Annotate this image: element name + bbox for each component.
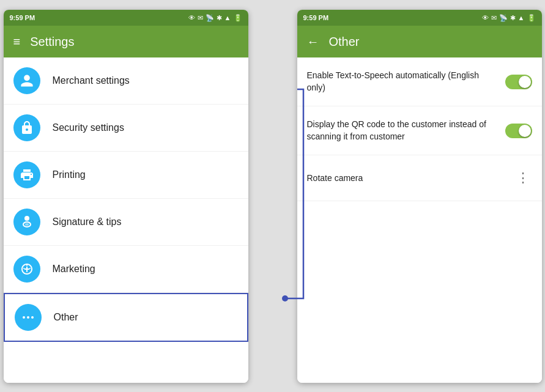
security-label: Security settings	[53, 122, 124, 133]
right-status-bar: 9:59 PM 👁 ✉ 📡 ✱ ▲ 🔋	[297, 10, 542, 26]
right-cast-icon: 📡	[499, 14, 508, 22]
left-phone: 9:59 PM 👁 ✉ 📡 ✱ ▲ 🔋 ≡ Settings	[4, 10, 248, 383]
msg-icon: ✉	[198, 14, 203, 22]
other-icon	[15, 304, 42, 331]
wifi-icon: ▲	[224, 14, 231, 21]
back-icon[interactable]: ←	[307, 35, 319, 49]
settings-item-other[interactable]: Other	[4, 293, 248, 342]
svg-point-5	[27, 316, 29, 319]
other-item-camera[interactable]: Rotate camera ⋮	[297, 155, 542, 201]
right-msg-icon: ✉	[491, 14, 497, 22]
qr-label: Display the QR code to the customer inst…	[307, 119, 505, 142]
eye-icon: 👁	[188, 14, 195, 21]
battery-icon: 🔋	[234, 14, 242, 22]
tts-toggle-thumb	[519, 76, 531, 88]
security-icon	[13, 114, 40, 141]
left-status-bar: 9:59 PM 👁 ✉ 📡 ✱ ▲ 🔋	[4, 10, 248, 26]
right-toolbar-title: Other	[329, 35, 360, 49]
qr-toggle-thumb	[519, 125, 531, 137]
settings-list: Merchant settings Security settings Prin…	[4, 57, 248, 383]
svg-point-0	[24, 216, 29, 221]
left-toolbar-title: Settings	[30, 35, 74, 49]
printing-label: Printing	[53, 169, 86, 180]
svg-point-7	[282, 295, 288, 301]
tts-label: Enable Text-to-Speech automatically (Eng…	[307, 70, 505, 94]
right-status-time: 9:59 PM	[303, 14, 329, 21]
right-toolbar: ← Other	[297, 26, 542, 57]
other-item-tts[interactable]: Enable Text-to-Speech automatically (Eng…	[297, 57, 542, 106]
settings-item-marketing[interactable]: Marketing	[4, 246, 248, 293]
tts-toggle[interactable]	[505, 75, 532, 89]
settings-item-signature[interactable]: Signature & tips	[4, 199, 248, 246]
left-status-time: 9:59 PM	[10, 14, 35, 21]
left-toolbar: ≡ Settings	[4, 26, 248, 57]
right-status-icons: 👁 ✉ 📡 ✱ ▲ 🔋	[482, 14, 536, 22]
cast-icon: 📡	[206, 14, 214, 22]
settings-item-merchant[interactable]: Merchant settings	[4, 57, 248, 105]
signature-icon	[13, 209, 40, 235]
other-item-qr[interactable]: Display the QR code to the customer inst…	[297, 106, 542, 155]
svg-point-3	[25, 223, 29, 226]
camera-menu-icon[interactable]: ⋮	[514, 168, 532, 188]
camera-label: Rotate camera	[307, 172, 514, 185]
settings-item-printing[interactable]: Printing	[4, 152, 248, 199]
right-phone: 9:59 PM 👁 ✉ 📡 ✱ ▲ 🔋 ← Other Enable Text-…	[297, 10, 542, 383]
right-battery-icon: 🔋	[527, 14, 536, 22]
svg-point-4	[23, 316, 25, 319]
other-label: Other	[54, 312, 78, 323]
qr-toggle[interactable]	[505, 124, 532, 138]
right-bt-icon: ✱	[510, 14, 516, 22]
printing-icon	[13, 161, 40, 188]
hamburger-icon[interactable]: ≡	[13, 35, 21, 49]
marketing-label: Marketing	[53, 264, 95, 275]
merchant-icon	[13, 67, 40, 94]
marketing-icon	[13, 256, 40, 283]
svg-point-6	[31, 316, 34, 319]
bt-icon: ✱	[217, 14, 222, 22]
other-settings-list: Enable Text-to-Speech automatically (Eng…	[297, 57, 542, 383]
left-status-icons: 👁 ✉ 📡 ✱ ▲ 🔋	[188, 14, 242, 22]
right-eye-icon: 👁	[482, 14, 489, 21]
right-wifi-icon: ▲	[518, 14, 525, 21]
settings-item-security[interactable]: Security settings	[4, 105, 248, 152]
signature-label: Signature & tips	[53, 216, 122, 227]
merchant-label: Merchant settings	[53, 75, 130, 86]
